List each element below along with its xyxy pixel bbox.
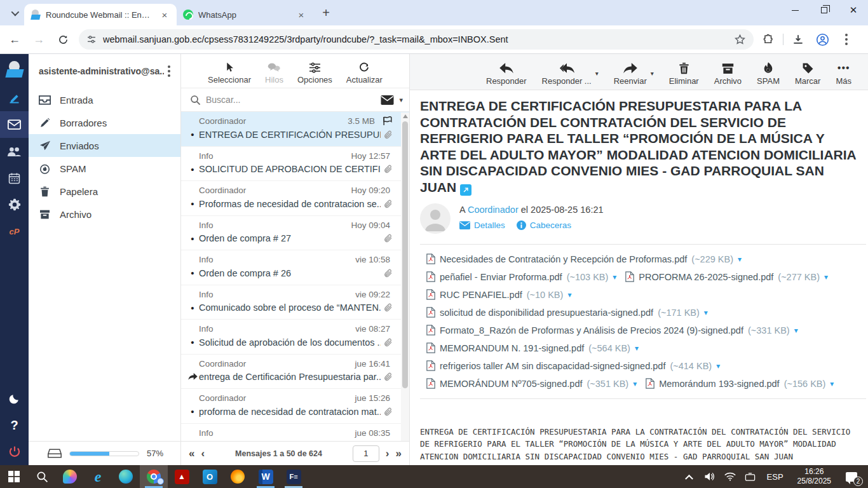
- start-button[interactable]: [0, 465, 28, 488]
- folder-spam[interactable]: SPAM: [29, 157, 180, 180]
- rail-calendar-button[interactable]: [0, 165, 29, 191]
- address-bar[interactable]: webmail.sanjuan.gob.ec/cpsess7831249225/…: [79, 29, 754, 50]
- downloads-button[interactable]: [789, 30, 808, 49]
- message-row[interactable]: Infovie 08:27 Solicitud de aprobación de…: [181, 320, 409, 355]
- logout-button[interactable]: [0, 438, 29, 465]
- folder-enviados[interactable]: Enviados: [29, 134, 180, 157]
- search-input[interactable]: [206, 95, 376, 105]
- first-page-button[interactable]: «: [189, 447, 194, 460]
- attachment-chip[interactable]: MEMORÁNDUM Nº705-signed.pdf(~351 KB)▾: [426, 375, 637, 393]
- profile-button[interactable]: [813, 30, 832, 49]
- tray-overflow-button[interactable]: [681, 465, 698, 488]
- taskbar-acrobat-button[interactable]: ▲: [168, 465, 196, 488]
- attachment-menu-caret[interactable]: ▾: [635, 344, 639, 353]
- dark-mode-button[interactable]: [0, 385, 29, 412]
- search-options-chevron[interactable]: ▾: [399, 96, 403, 104]
- forward-button[interactable]: →: [29, 30, 48, 49]
- details-toggle[interactable]: Detalles: [459, 220, 505, 230]
- language-indicator[interactable]: ESP: [762, 472, 789, 482]
- minimize-button[interactable]: [780, 0, 810, 20]
- tab-whatsapp[interactable]: WhatsApp ×: [177, 4, 313, 25]
- message-row[interactable]: Infovie 09:22 Comunicado sobre el proces…: [181, 285, 409, 320]
- rail-settings-button[interactable]: [0, 191, 29, 218]
- folder-archivo[interactable]: Archivo: [29, 203, 180, 226]
- list-scrollbar[interactable]: [401, 112, 409, 441]
- attachment-chip[interactable]: refrigerios taller AM sin discapacidad-s…: [426, 357, 720, 375]
- forward-caret[interactable]: ▾: [651, 70, 654, 77]
- restore-button[interactable]: [810, 0, 839, 20]
- compose-button[interactable]: [0, 85, 29, 111]
- options-button[interactable]: Opciones: [297, 62, 332, 85]
- close-window-button[interactable]: ✕: [839, 0, 868, 20]
- reply-button[interactable]: Responder: [486, 63, 527, 86]
- prev-page-button[interactable]: ‹: [201, 447, 205, 460]
- attachment-chip[interactable]: MEMORANDUM N. 191-signed.pdf(~564 KB)▾: [426, 339, 639, 357]
- message-row[interactable]: Infovie 10:58 Orden de compra # 26: [181, 250, 409, 285]
- clock[interactable]: 16:26 25/8/2025: [791, 467, 837, 486]
- attachment-menu-caret[interactable]: ▾: [613, 273, 616, 281]
- recipient-link[interactable]: Coordinador: [468, 205, 519, 215]
- message-row[interactable]: InfoHoy 12:57 SOLICITUD DE APROBACION DE…: [181, 147, 409, 182]
- rail-mail-button[interactable]: [0, 111, 29, 138]
- attachment-menu-caret[interactable]: ▾: [633, 379, 637, 388]
- extensions-button[interactable]: [759, 30, 778, 49]
- taskbar-app-f-button[interactable]: F≡: [280, 465, 308, 488]
- mark-button[interactable]: Marcar: [795, 62, 820, 86]
- message-row[interactable]: InfoHoy 09:04 Orden de compra # 27: [181, 216, 409, 251]
- notification-center-button[interactable]: 2: [840, 465, 863, 488]
- back-button[interactable]: ←: [5, 30, 24, 49]
- folder-entrada[interactable]: Entrada: [29, 88, 180, 111]
- attachment-chip[interactable]: Necesidades de Contratación y Recepción …: [426, 250, 742, 268]
- scrollbar-thumb[interactable]: [402, 121, 408, 388]
- attachment-menu-caret[interactable]: ▾: [704, 308, 708, 317]
- network-button[interactable]: [721, 465, 739, 488]
- attachment-menu-caret[interactable]: ▾: [794, 326, 798, 335]
- message-row[interactable]: Infojue 08:35: [181, 424, 409, 442]
- volume-button[interactable]: [701, 465, 719, 488]
- page-number-input[interactable]: [353, 445, 379, 462]
- site-info-icon[interactable]: [86, 34, 97, 44]
- taskbar-search-button[interactable]: [28, 465, 56, 488]
- tab-roundcube[interactable]: Roundcube Webmail :: Enviados ×: [24, 4, 177, 25]
- reply-all-button[interactable]: Responder ...: [542, 63, 592, 86]
- bookmark-star-icon[interactable]: [734, 34, 746, 46]
- next-page-button[interactable]: ›: [386, 447, 390, 460]
- reply-all-caret[interactable]: ▾: [595, 70, 599, 77]
- delete-button[interactable]: Eliminar: [669, 62, 699, 86]
- taskbar-edge-button[interactable]: [112, 465, 140, 488]
- attachment-menu-caret[interactable]: ▾: [830, 379, 834, 388]
- attachment-menu-caret[interactable]: ▾: [738, 255, 742, 264]
- taskbar-outlook-button[interactable]: O: [196, 465, 224, 488]
- taskbar-copilot-button[interactable]: [56, 465, 84, 488]
- account-menu-button[interactable]: [164, 63, 174, 79]
- scroll-up-icon[interactable]: [403, 114, 408, 118]
- attachment-chip[interactable]: Memorándum 193-signed.pdf(~156 KB)▾: [646, 375, 834, 393]
- message-row[interactable]: CoordinadorHoy 09:20 Proformas de necesi…: [181, 181, 409, 216]
- spam-button[interactable]: SPAM: [757, 62, 780, 86]
- headers-toggle[interactable]: Cabeceras: [517, 220, 571, 230]
- rail-cpanel-button[interactable]: cP: [0, 218, 29, 245]
- attachment-chip[interactable]: RUC PENAFIEL.pdf(~10 KB)▾: [426, 286, 571, 304]
- help-button[interactable]: ?: [0, 412, 29, 438]
- taskbar-chrome-button[interactable]: [140, 465, 168, 488]
- folder-papelera[interactable]: Papelera: [29, 180, 180, 203]
- attachment-menu-caret[interactable]: ▾: [824, 273, 828, 281]
- attachment-chip[interactable]: solicitud de disponibilidad presupuestar…: [426, 304, 708, 322]
- search-scope-mail-icon[interactable]: [381, 95, 394, 105]
- browser-menu-button[interactable]: [837, 30, 856, 49]
- taskbar-word-button[interactable]: W: [252, 465, 280, 488]
- reload-button[interactable]: [53, 30, 72, 49]
- threads-button[interactable]: Hilos: [265, 62, 283, 85]
- more-button[interactable]: ••• Más: [836, 62, 851, 86]
- new-tab-button[interactable]: +: [317, 4, 335, 22]
- folder-borradores[interactable]: Borradores: [29, 111, 180, 134]
- message-row[interactable]: Coordinadorjue 16:41 entrega de Certific…: [181, 355, 409, 390]
- attachment-menu-caret[interactable]: ▾: [716, 362, 720, 370]
- attachment-chip[interactable]: PROFORMA 26-2025-signed.pdf(~277 KB)▾: [625, 268, 828, 286]
- close-tab-icon[interactable]: ×: [159, 9, 170, 20]
- attachment-chip[interactable]: peñafiel - Enviar Proforma.pdf(~103 KB)▾: [426, 268, 616, 286]
- attachment-chip[interactable]: Formato_8_Razón de Proformas y Análisis …: [426, 322, 798, 339]
- archive-button[interactable]: Archivo: [714, 63, 742, 86]
- refresh-button[interactable]: Actualizar: [346, 62, 383, 85]
- external-link-icon[interactable]: [460, 184, 471, 196]
